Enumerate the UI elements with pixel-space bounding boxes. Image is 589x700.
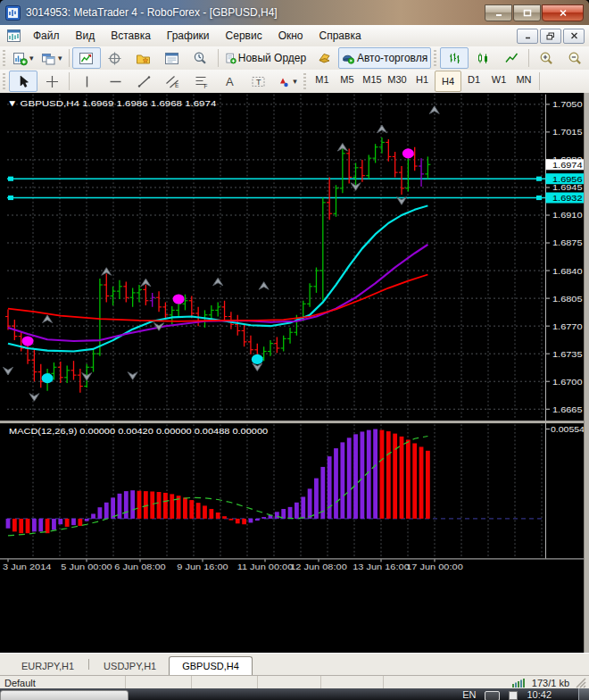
magenta-dot-signal (402, 148, 414, 158)
text-button[interactable]: A (215, 71, 244, 92)
chart-line-toggle[interactable] (497, 47, 526, 69)
timeframe-d1[interactable]: D1 (461, 71, 486, 91)
timeframe-m5[interactable]: M5 (335, 71, 360, 91)
navigator-toggle[interactable] (129, 47, 158, 69)
zoom-in-button[interactable] (532, 47, 560, 69)
timeframe-mn[interactable]: MN (511, 71, 536, 91)
tab-eurjpy-h1[interactable]: EURJPY,H1 (9, 657, 87, 676)
cursor-toggle[interactable] (9, 71, 37, 92)
ma-line-medium-violet (8, 245, 427, 341)
child-restore-button[interactable] (540, 29, 561, 44)
show-desktop-button[interactable] (578, 688, 589, 700)
timeframe-h1[interactable]: H1 (410, 71, 435, 91)
timeframe-m15[interactable]: M15 (360, 71, 385, 91)
toolbar-separator (539, 72, 540, 90)
taskbar-clock[interactable]: 10:42 (527, 688, 552, 700)
timeframe-m30[interactable]: M30 (385, 71, 410, 91)
horizontal-level-lines[interactable] (7, 177, 545, 200)
window-right-edge (584, 93, 589, 653)
svg-text:13 Jun 16:00: 13 Jun 16:00 (353, 562, 410, 571)
toolbar-grip[interactable] (3, 73, 5, 89)
toolbar-grip[interactable] (303, 73, 306, 89)
profiles-button[interactable]: ▾ (37, 47, 66, 69)
status-profile-pane[interactable]: Default (0, 676, 126, 689)
fibonacci-icon: F (194, 74, 209, 89)
menu-help[interactable]: Справка (311, 27, 369, 45)
fibonacci-button[interactable]: F (187, 71, 215, 92)
arrow-tools-button[interactable]: ▾ (272, 71, 301, 92)
new-order-button[interactable]: Новый Ордер (221, 47, 310, 69)
timeframe-w1[interactable]: W1 (486, 71, 511, 91)
market-watch-toggle[interactable] (72, 47, 101, 69)
child-close-button[interactable] (563, 29, 585, 44)
chart-candles-toggle[interactable] (469, 47, 497, 69)
menu-view[interactable]: Вид (68, 27, 104, 45)
tab-gbpusd-h4[interactable]: GBPUSD,H4 (169, 656, 253, 676)
svg-text:1.6956: 1.6956 (552, 174, 583, 183)
trendline-button[interactable] (129, 71, 158, 92)
up-arrow-icon (43, 315, 53, 323)
keyboard-icon[interactable] (485, 691, 500, 700)
arrow-shapes-icon (276, 74, 291, 89)
chart-window-icon[interactable] (6, 29, 21, 44)
down-arrow-icon (4, 367, 13, 375)
child-minimize-button[interactable] (517, 29, 538, 44)
vertical-line-button[interactable] (72, 71, 101, 92)
status-traffic: 173/1 kb (532, 678, 569, 688)
strategy-tester-toggle[interactable] (187, 47, 215, 69)
toolbar-grip[interactable] (3, 50, 5, 66)
profiles-caret-icon[interactable]: ▾ (58, 54, 62, 62)
maximize-button[interactable] (513, 4, 541, 21)
svg-text:1.6974: 1.6974 (552, 160, 583, 169)
minimize-button[interactable] (485, 4, 512, 21)
autotrading-button[interactable]: Авто-торговля (338, 47, 431, 69)
close-button[interactable] (542, 4, 584, 21)
timeframe-h4[interactable]: H4 (435, 71, 461, 92)
svg-text:1.6945: 1.6945 (552, 183, 583, 192)
magenta-dot-signal (173, 294, 185, 304)
svg-text:A: A (226, 75, 234, 88)
svg-text:1.7015: 1.7015 (552, 128, 583, 137)
grid (7, 95, 545, 558)
toolbar-separator (218, 49, 219, 67)
macd-indicator-label: MACD(12,26,9) 0.00000 0.00420 0.00000 0.… (9, 426, 268, 435)
menu-file[interactable]: Файл (25, 27, 68, 45)
toolbar-separator (528, 49, 529, 67)
menu-insert[interactable]: Вставка (103, 27, 159, 45)
tab-usdjpy-h1[interactable]: USDJPY,H1 (91, 657, 169, 676)
svg-text:1.6840: 1.6840 (552, 266, 583, 275)
new-chart-button[interactable]: ▾ (9, 47, 37, 69)
new-chart-caret-icon[interactable]: ▾ (29, 54, 34, 62)
toolbar-grip[interactable] (434, 50, 436, 66)
menu-window[interactable]: Окно (270, 27, 311, 45)
text-label-button[interactable]: T (244, 71, 272, 92)
menu-tools[interactable]: Сервис (218, 27, 270, 45)
chart-canvas[interactable]: 1.70501.70151.69801.69451.69101.68751.68… (0, 93, 589, 653)
child-close-icon (570, 32, 578, 39)
language-indicator[interactable]: EN (462, 688, 476, 700)
terminal-toggle[interactable] (158, 47, 187, 69)
up-arrow-icon (259, 282, 269, 290)
metaeditor-button[interactable] (310, 47, 338, 69)
svg-text:1.6770: 1.6770 (552, 321, 583, 330)
zoom-out-icon (568, 51, 583, 66)
chart-bars-toggle[interactable] (440, 47, 469, 69)
chart-tabs-bar: EURJPY,H1 USDJPY,H1 GBPUSD,H4 (0, 653, 589, 676)
arrow-tools-caret-icon[interactable]: ▾ (293, 78, 297, 86)
zoom-out-button[interactable] (560, 47, 589, 69)
toolbar-separator (69, 49, 70, 67)
svg-text:5 Jun 00:00: 5 Jun 00:00 (61, 562, 112, 571)
data-window-toggle[interactable] (101, 47, 129, 69)
tray-icon[interactable] (509, 691, 518, 700)
resize-grip[interactable] (575, 677, 587, 689)
menu-charts[interactable]: Графики (159, 27, 218, 45)
timeframe-m1[interactable]: M1 (310, 71, 335, 91)
title-bar[interactable]: 3014953: MetaTrader 4 - RoboForex - [GBP… (0, 0, 589, 25)
crosshair-toggle[interactable] (37, 71, 66, 92)
taskbar-window-button[interactable] (0, 690, 129, 700)
horizontal-line-button[interactable] (101, 71, 129, 92)
status-pane (192, 676, 258, 689)
svg-text:6 Jun 08:00: 6 Jun 08:00 (114, 562, 166, 571)
svg-text:0.00554: 0.00554 (551, 425, 585, 434)
channel-button[interactable]: E (158, 71, 187, 92)
